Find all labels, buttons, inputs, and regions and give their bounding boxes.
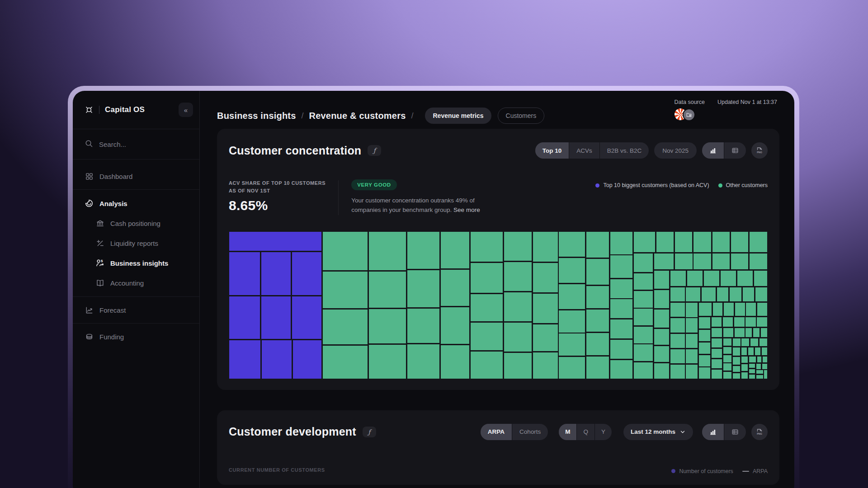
treemap-cell[interactable] bbox=[654, 310, 670, 328]
treemap-cell[interactable] bbox=[634, 273, 653, 290]
sidebar-item-accounting[interactable]: Accounting bbox=[73, 273, 199, 293]
treemap-cell[interactable] bbox=[761, 328, 767, 338]
treemap-cell[interactable] bbox=[323, 346, 368, 379]
treemap-cell[interactable] bbox=[586, 310, 609, 332]
treemap-cell[interactable] bbox=[755, 347, 760, 355]
treemap-cell[interactable] bbox=[712, 338, 722, 347]
treemap-cell[interactable] bbox=[533, 324, 557, 351]
treemap-cell[interactable] bbox=[634, 309, 653, 325]
treemap-cell[interactable] bbox=[323, 232, 368, 270]
treemap-cell[interactable] bbox=[471, 323, 503, 350]
table-view-button[interactable] bbox=[724, 424, 746, 440]
treemap-cell[interactable] bbox=[735, 303, 745, 316]
treemap-cell[interactable] bbox=[741, 338, 749, 346]
segment-acvs[interactable]: ACVs bbox=[569, 142, 600, 159]
treemap-cell[interactable] bbox=[670, 287, 684, 301]
sidebar-item-business-insights[interactable]: $ Business insights bbox=[73, 253, 199, 273]
treemap-cell[interactable] bbox=[749, 357, 756, 362]
treemap-cell[interactable] bbox=[733, 347, 740, 356]
treemap-cell[interactable] bbox=[229, 340, 260, 379]
treemap-cell[interactable] bbox=[504, 262, 532, 291]
segment-b2b-b2c[interactable]: B2B vs. B2C bbox=[600, 142, 649, 159]
tab-revenue-metrics[interactable]: Revenue metrics bbox=[425, 108, 491, 124]
treemap-cell[interactable] bbox=[323, 310, 368, 344]
table-view-button[interactable] bbox=[724, 142, 746, 159]
treemap-cell[interactable] bbox=[733, 373, 740, 379]
chart-view-button[interactable] bbox=[702, 142, 724, 159]
treemap-cell[interactable] bbox=[504, 323, 532, 352]
breadcrumb-revenue-customers[interactable]: Revenue & customers bbox=[309, 111, 406, 121]
treemap-cell[interactable] bbox=[441, 232, 469, 268]
sidebar-item-funding[interactable]: Funding bbox=[73, 324, 199, 350]
treemap-cell[interactable] bbox=[504, 232, 532, 261]
treemap-cell[interactable] bbox=[441, 307, 469, 344]
treemap-cell[interactable] bbox=[656, 232, 674, 252]
treemap-cell[interactable] bbox=[712, 370, 722, 379]
treemap-cell[interactable] bbox=[704, 271, 719, 286]
treemap-cell[interactable] bbox=[730, 287, 741, 302]
treemap-cell[interactable] bbox=[654, 290, 670, 308]
treemap-cell[interactable] bbox=[369, 232, 406, 270]
treemap-cell[interactable] bbox=[654, 253, 674, 269]
treemap-cell[interactable] bbox=[634, 344, 653, 361]
treemap-cell[interactable] bbox=[699, 355, 710, 366]
treemap-cell[interactable] bbox=[756, 370, 763, 374]
treemap-cell[interactable] bbox=[749, 375, 755, 379]
treemap-cell[interactable] bbox=[746, 303, 756, 316]
sidebar-item-forecast[interactable]: Forecast bbox=[73, 297, 199, 323]
treemap-cell[interactable] bbox=[533, 232, 557, 262]
treemap-cell[interactable] bbox=[750, 338, 758, 346]
treemap-cell[interactable] bbox=[756, 375, 763, 379]
treemap-cell[interactable] bbox=[686, 303, 698, 317]
treemap-cell[interactable] bbox=[634, 362, 653, 379]
treemap-cell[interactable] bbox=[723, 347, 731, 354]
treemap-cell[interactable] bbox=[741, 364, 748, 371]
treemap-cell[interactable] bbox=[369, 345, 406, 379]
treemap-cell[interactable] bbox=[369, 272, 406, 308]
treemap-cell[interactable] bbox=[559, 232, 585, 257]
treemap-cell[interactable] bbox=[686, 318, 698, 332]
treemap-cell[interactable] bbox=[670, 334, 684, 348]
treemap-cell[interactable] bbox=[559, 310, 585, 333]
treemap-cell[interactable] bbox=[693, 232, 711, 252]
treemap-cell[interactable] bbox=[757, 317, 767, 327]
treemap-cell[interactable] bbox=[749, 364, 755, 368]
treemap-cell[interactable] bbox=[741, 347, 747, 355]
treemap-cell[interactable] bbox=[323, 272, 368, 308]
treemap-cell[interactable] bbox=[229, 232, 321, 251]
treemap-cell[interactable] bbox=[634, 327, 653, 343]
search-row[interactable] bbox=[73, 129, 199, 159]
treemap-cell[interactable] bbox=[610, 232, 633, 254]
period-pill[interactable]: Nov 2025 bbox=[654, 142, 697, 159]
treemap-cell[interactable] bbox=[723, 363, 731, 371]
treemap-cell[interactable] bbox=[610, 360, 633, 379]
treemap-cell[interactable] bbox=[712, 349, 722, 358]
treemap-cell[interactable] bbox=[559, 357, 585, 379]
treemap-cell[interactable] bbox=[533, 294, 557, 324]
treemap-cell[interactable] bbox=[559, 284, 585, 309]
data-source-avatar-folder[interactable] bbox=[683, 108, 695, 121]
treemap-cell[interactable] bbox=[610, 340, 633, 359]
treemap-cell[interactable] bbox=[292, 296, 321, 339]
segment-year[interactable]: Y bbox=[595, 424, 612, 440]
treemap-cell[interactable] bbox=[670, 271, 686, 286]
export-png-button[interactable]: PNG bbox=[751, 424, 768, 440]
treemap-cell[interactable] bbox=[762, 364, 767, 369]
treemap-cell[interactable] bbox=[504, 353, 532, 379]
treemap-cell[interactable] bbox=[634, 253, 653, 272]
treemap-cell[interactable] bbox=[723, 328, 733, 338]
breadcrumb-business-insights[interactable]: Business insights bbox=[217, 111, 296, 121]
treemap-cell[interactable] bbox=[734, 317, 744, 327]
treemap-cell[interactable] bbox=[407, 309, 439, 343]
treemap-cell[interactable] bbox=[586, 357, 609, 379]
treemap-cell[interactable] bbox=[471, 352, 503, 379]
segment-top10[interactable]: Top 10 bbox=[535, 142, 570, 159]
treemap-cell[interactable] bbox=[654, 346, 670, 362]
treemap-cell[interactable] bbox=[533, 352, 557, 379]
search-input[interactable] bbox=[99, 141, 176, 148]
treemap-cell[interactable] bbox=[670, 318, 684, 332]
treemap-cell[interactable] bbox=[610, 255, 633, 277]
treemap-cell[interactable] bbox=[699, 367, 710, 379]
segment-cohorts[interactable]: Cohorts bbox=[512, 424, 548, 440]
treemap-cell[interactable] bbox=[756, 364, 761, 369]
